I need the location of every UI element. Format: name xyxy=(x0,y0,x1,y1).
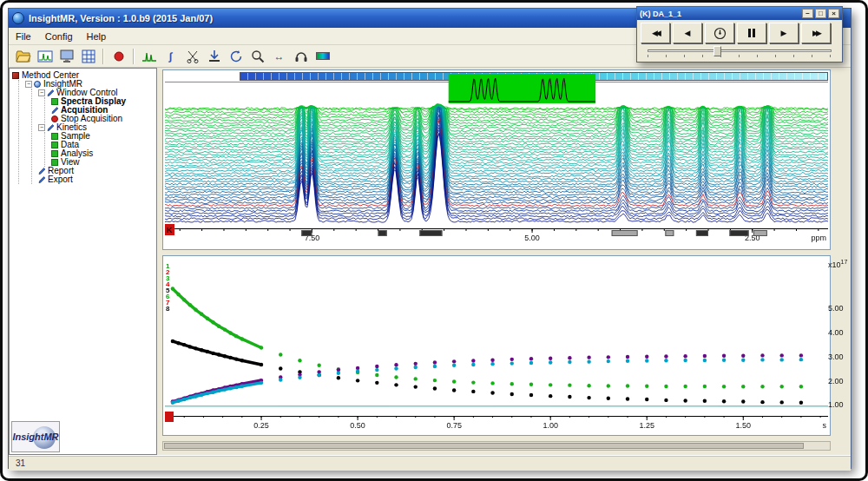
kinetics-y-scale-label: x1017 xyxy=(828,259,847,269)
transport-title-bar[interactable]: (K) DA_1_1 − □ × xyxy=(637,7,842,20)
insightmr-node-icon xyxy=(34,81,41,88)
peaks-button[interactable] xyxy=(139,47,159,65)
restore-button[interactable]: □ xyxy=(815,9,826,18)
kinetics-y-tick-label: 1.00 xyxy=(828,400,844,409)
export-button[interactable] xyxy=(204,47,224,65)
table-grid-button[interactable] xyxy=(78,47,98,65)
status-bar: 31 xyxy=(9,455,851,471)
plot-area: x1017 5.004.003.002.001.00 xyxy=(162,68,851,455)
dial-button[interactable] xyxy=(705,23,734,43)
stop-acquisition-icon xyxy=(51,115,58,122)
app-window: InsightMR, Version : 1.0.b9 (2015 Jan/07… xyxy=(8,8,852,469)
window-title: InsightMR, Version : 1.0.b9 (2015 Jan/07… xyxy=(29,13,213,23)
refresh-button[interactable] xyxy=(226,47,246,65)
table-grid-icon xyxy=(82,49,95,63)
slider-track xyxy=(648,49,832,52)
peaks-icon xyxy=(141,49,157,63)
horizontal-scrollbar[interactable] xyxy=(162,441,831,451)
minimize-button[interactable]: − xyxy=(802,9,813,18)
method-center-icon xyxy=(12,72,19,79)
record-icon xyxy=(113,50,125,63)
monitor-icon xyxy=(59,49,75,63)
play-icon: ▶ xyxy=(781,29,787,37)
status-text: 31 xyxy=(16,458,25,468)
screenshot-frame: InsightMR, Version : 1.0.b9 (2015 Jan/07… xyxy=(0,0,868,481)
zoom-button[interactable] xyxy=(247,47,267,65)
transport-title: (K) DA_1_1 xyxy=(640,10,800,18)
green-square-icon xyxy=(51,98,58,105)
skip-back-icon: ◀◀ xyxy=(652,29,659,37)
tree-item-kinetics[interactable]: − Kinetics xyxy=(38,123,156,132)
config-pen-icon xyxy=(51,107,58,114)
headset-button[interactable] xyxy=(291,47,311,65)
kinetics-panel xyxy=(162,255,831,436)
pause-button[interactable] xyxy=(737,23,766,43)
step-back-button[interactable]: ◀ xyxy=(673,23,702,43)
pause-icon xyxy=(748,29,755,37)
skip-back-button[interactable]: ◀◀ xyxy=(641,23,670,43)
colormap-button[interactable] xyxy=(312,47,332,65)
green-square-icon xyxy=(51,142,58,148)
slider-ticks xyxy=(648,55,832,57)
green-square-icon xyxy=(51,133,58,140)
toolbar-separator xyxy=(102,49,104,64)
tree-item-method-center[interactable]: Method Center xyxy=(12,71,156,80)
horizontal-arrows-icon: ↔ xyxy=(274,50,285,63)
insightmr-logo: InsightMR xyxy=(11,421,60,452)
spectra-canvas[interactable] xyxy=(163,70,830,249)
app-icon xyxy=(12,12,24,24)
step-back-icon: ◀ xyxy=(685,29,691,37)
toolbar-separator xyxy=(133,49,135,64)
cut-button[interactable] xyxy=(182,47,202,65)
content-area: Method Center − InsightMR − Wind xyxy=(9,68,851,455)
play-button[interactable]: ▶ xyxy=(769,23,799,43)
skip-forward-icon: ▶▶ xyxy=(812,29,819,37)
config-pen-icon xyxy=(38,168,45,175)
method-center-panel: Method Center − InsightMR − Wind xyxy=(9,68,157,455)
magnifier-icon xyxy=(251,49,265,63)
skip-forward-button[interactable]: ▶▶ xyxy=(801,23,831,43)
config-pen-icon xyxy=(47,124,54,131)
download-arrow-icon xyxy=(207,49,221,63)
headset-icon xyxy=(294,50,308,63)
collapse-box-icon[interactable]: − xyxy=(25,81,32,88)
integral-icon: ∫ xyxy=(169,50,172,63)
kinetics-y-tick-label: 4.00 xyxy=(828,328,844,337)
config-pen-icon xyxy=(38,176,45,183)
monitor-button[interactable] xyxy=(56,47,76,65)
kinetics-y-tick-label: 3.00 xyxy=(828,353,844,361)
integral-button[interactable]: ∫ xyxy=(161,47,181,65)
collapse-box-icon[interactable]: − xyxy=(38,124,45,131)
kinetics-canvas[interactable] xyxy=(163,256,830,435)
spectra-display-panel xyxy=(162,69,831,250)
scrollbar-thumb[interactable] xyxy=(164,443,804,449)
scissors-icon xyxy=(186,49,200,63)
record-button[interactable] xyxy=(108,47,128,65)
green-square-icon xyxy=(51,159,58,166)
kinetics-y-tick-label: 2.00 xyxy=(828,377,844,385)
open-folder-button[interactable] xyxy=(13,47,33,65)
kinetics-y-axis-gutter: x1017 5.004.003.002.001.00 xyxy=(826,255,851,436)
tree-item-export[interactable]: Export xyxy=(38,175,156,184)
colormap-icon xyxy=(316,52,330,60)
spectra-window-icon xyxy=(37,49,53,63)
method-tree: Method Center − InsightMR − Wind xyxy=(10,69,156,184)
transport-slider[interactable] xyxy=(648,46,832,58)
collapse-box-icon[interactable]: − xyxy=(38,89,45,96)
menu-help[interactable]: Help xyxy=(80,30,114,43)
menu-file[interactable]: File xyxy=(9,30,38,43)
spectra-window-button[interactable] xyxy=(35,47,55,65)
close-button[interactable]: × xyxy=(828,9,839,18)
expand-horizontal-button[interactable]: ↔ xyxy=(269,47,289,65)
transport-window: (K) DA_1_1 − □ × ◀◀ ◀ ▶ ▶▶ xyxy=(636,6,843,63)
menu-config[interactable]: Config xyxy=(38,30,80,43)
folder-icon xyxy=(16,49,31,63)
config-pen-icon xyxy=(47,89,54,96)
transport-body: ◀◀ ◀ ▶ ▶▶ xyxy=(637,20,842,60)
kinetics-y-tick-label: 5.00 xyxy=(828,304,844,313)
refresh-icon xyxy=(229,49,243,63)
green-square-icon xyxy=(51,150,58,157)
dial-clock-icon xyxy=(713,27,727,40)
